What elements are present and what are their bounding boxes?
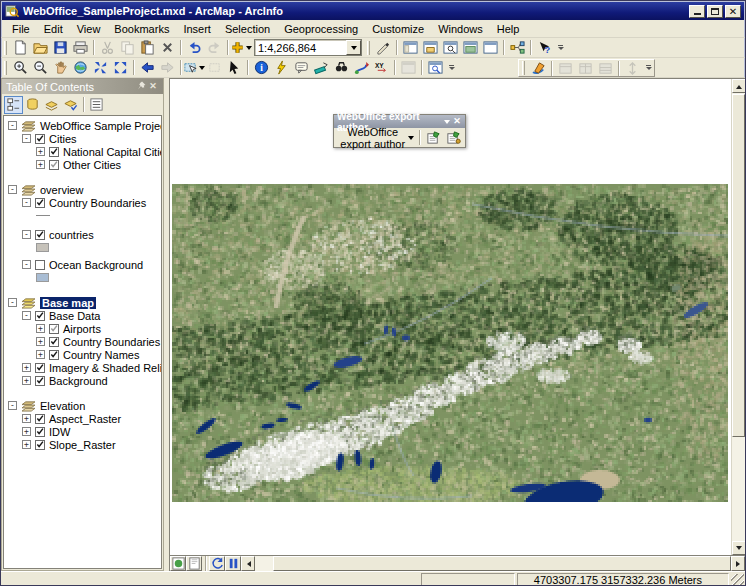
list-by-source-button[interactable] (23, 96, 42, 114)
clear-selection-button[interactable] (204, 59, 224, 77)
layer-label[interactable]: Country Boundaries (63, 336, 160, 348)
dataframe-label[interactable]: WebOffice Sample Project (40, 120, 162, 132)
export-config-button[interactable] (423, 129, 443, 147)
go-to-xy-button[interactable]: XY (371, 59, 391, 77)
layer-visibility-checkbox[interactable] (49, 350, 59, 360)
dataframe-label[interactable]: Base map (40, 297, 96, 309)
minimize-button[interactable] (689, 5, 705, 18)
zoom-out-button[interactable] (30, 59, 50, 77)
horizontal-scroll-thumb[interactable] (273, 556, 731, 571)
wo-columns-button[interactable] (575, 59, 595, 77)
menu-insert[interactable]: Insert (176, 22, 218, 36)
save-button[interactable] (50, 39, 70, 57)
search-window-button[interactable] (440, 39, 460, 57)
editor-button[interactable] (373, 39, 393, 57)
layer-visibility-checkbox[interactable] (49, 160, 59, 170)
go-forward-button[interactable] (157, 59, 177, 77)
toolbar-grip[interactable] (367, 41, 370, 55)
scroll-right-button[interactable] (731, 556, 745, 571)
menu-customize[interactable]: Customize (365, 22, 431, 36)
expand-icon[interactable]: + (36, 160, 45, 169)
dataframe-label[interactable]: Elevation (40, 400, 85, 412)
expand-icon[interactable]: + (36, 324, 45, 333)
data-view-button[interactable] (170, 556, 186, 571)
toc-close-button[interactable]: ✕ (147, 81, 159, 92)
list-by-visibility-button[interactable] (42, 96, 61, 114)
collapse-icon[interactable]: - (8, 298, 17, 307)
layer-label[interactable]: Cities (49, 133, 77, 145)
layer-visibility-checkbox[interactable] (35, 440, 45, 450)
refresh-button[interactable] (209, 556, 225, 571)
layer-visibility-checkbox[interactable] (35, 260, 45, 270)
layer-visibility-checkbox[interactable] (49, 147, 59, 157)
menu-selection[interactable]: Selection (218, 22, 277, 36)
menu-windows[interactable]: Windows (431, 22, 490, 36)
cut-button[interactable] (97, 39, 117, 57)
toolbar-overflow-button[interactable] (447, 60, 456, 76)
collapse-icon[interactable]: - (8, 121, 17, 130)
layer-visibility-checkbox[interactable] (35, 311, 45, 321)
layer-visibility-checkbox[interactable] (35, 427, 45, 437)
expand-icon[interactable]: + (22, 376, 31, 385)
zoom-in-button[interactable] (10, 59, 30, 77)
resize-grip[interactable] (731, 574, 744, 586)
layer-label[interactable]: IDW (49, 426, 70, 438)
image-window-button[interactable] (460, 39, 480, 57)
catalog-window-button[interactable] (420, 39, 440, 57)
menu-help[interactable]: Help (490, 22, 527, 36)
pause-button[interactable] (225, 556, 241, 571)
collapse-icon[interactable]: - (8, 401, 17, 410)
open-file-button[interactable] (30, 39, 50, 57)
pan-button[interactable] (50, 59, 70, 77)
map-scale-combo[interactable]: 1:4,266,864 (254, 39, 362, 56)
layer-label[interactable]: Ocean Background (49, 259, 143, 271)
fixed-zoom-in-button[interactable] (90, 59, 110, 77)
map-view[interactable]: WebOffice export author ✕ WebOffice expo… (169, 78, 745, 556)
expand-icon[interactable]: + (22, 427, 31, 436)
layer-visibility-checkbox[interactable] (35, 198, 45, 208)
expand-icon[interactable]: + (36, 350, 45, 359)
collapse-icon[interactable]: - (22, 230, 31, 239)
find-route-button[interactable] (351, 59, 371, 77)
delete-button[interactable] (157, 39, 177, 57)
maximize-button[interactable] (707, 5, 723, 18)
collapse-icon[interactable]: - (22, 260, 31, 269)
floating-toolbar-close-button[interactable]: ✕ (452, 116, 462, 127)
fixed-zoom-out-button[interactable] (110, 59, 130, 77)
list-by-drawing-order-button[interactable] (4, 96, 23, 114)
copy-button[interactable] (117, 39, 137, 57)
blank-window-button[interactable] (480, 39, 500, 57)
html-popup-button[interactable] (291, 59, 311, 77)
model-builder-button[interactable] (507, 39, 527, 57)
undo-button[interactable] (184, 39, 204, 57)
expand-icon[interactable]: + (22, 414, 31, 423)
add-data-button[interactable] (231, 39, 251, 57)
layer-visibility-checkbox[interactable] (49, 324, 59, 334)
dataframe-label[interactable]: overview (40, 184, 83, 196)
menu-view[interactable]: View (70, 22, 108, 36)
menu-file[interactable]: File (5, 22, 37, 36)
toc-header[interactable]: Table Of Contents ✕ (2, 79, 163, 94)
layer-label[interactable]: Aspect_Raster (49, 413, 121, 425)
layer-label[interactable]: Country Boundaries (49, 197, 146, 209)
magnifier-window-button[interactable] (425, 59, 445, 77)
redo-button[interactable] (204, 39, 224, 57)
layer-visibility-checkbox[interactable] (49, 337, 59, 347)
legend-swatch-fill-blue[interactable] (36, 273, 49, 282)
layer-label[interactable]: Slope_Raster (49, 439, 116, 451)
vertical-scroll-thumb[interactable] (732, 94, 745, 437)
wo-edit-button[interactable] (528, 59, 548, 77)
floating-toolbar-menu-button[interactable] (442, 116, 452, 127)
expand-icon[interactable]: + (22, 363, 31, 372)
find-button[interactable] (331, 59, 351, 77)
title-bar[interactable]: WebOffice_SampleProject.mxd - ArcMap - A… (2, 2, 744, 20)
expand-icon[interactable]: + (36, 147, 45, 156)
list-by-selection-button[interactable] (61, 96, 80, 114)
layer-label[interactable]: Background (49, 375, 108, 387)
print-button[interactable] (70, 39, 90, 57)
layer-label[interactable]: countries (49, 229, 94, 241)
wo-cabinet-button[interactable] (595, 59, 615, 77)
collapse-icon[interactable]: - (8, 185, 17, 194)
toolbar-overflow-button[interactable] (644, 60, 653, 76)
layer-label[interactable]: Airports (63, 323, 101, 335)
